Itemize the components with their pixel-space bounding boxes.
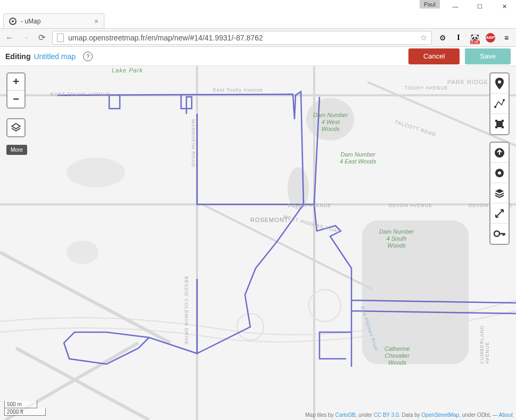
close-window-button[interactable]: ✕: [497, 1, 512, 12]
editing-label: Editing: [5, 52, 30, 61]
park-label: Dam Number 4 South Woods: [379, 228, 414, 250]
maximize-button[interactable]: ☐: [472, 1, 487, 12]
draw-marker-button[interactable]: [490, 73, 509, 94]
url-input[interactable]: umap.openstreetmap.fr/en/map/new/#14/41.…: [52, 31, 432, 45]
stack-icon: [494, 188, 505, 199]
center-zoom-button[interactable]: [490, 203, 509, 224]
page-icon: [57, 34, 64, 42]
road-label: DEVON AVENUE: [288, 203, 331, 208]
bookmark-star-icon[interactable]: ☆: [420, 33, 427, 43]
adblock-icon[interactable]: ABP: [485, 32, 496, 43]
back-button[interactable]: ←: [4, 32, 15, 43]
place-label: ROSEMONT: [250, 217, 289, 223]
scale-imperial: 2000 ft: [4, 408, 46, 416]
marker-icon: [495, 78, 504, 89]
svg-point-2: [67, 241, 99, 264]
right-toolbar: [489, 72, 510, 245]
user-tag: Paul: [420, 0, 440, 9]
polygon-icon: [495, 119, 504, 129]
road-label: BESSIE COLEMAN DRIVE: [184, 276, 189, 345]
scale-metric: 500 m: [4, 401, 37, 408]
attribution: Map tiles by CartoDB, under CC BY 3.0. D…: [305, 412, 513, 418]
save-button[interactable]: Save: [465, 48, 511, 64]
zoom-out-button[interactable]: −: [7, 90, 24, 108]
more-button[interactable]: More: [6, 145, 27, 155]
cancel-button[interactable]: Cancel: [408, 48, 460, 64]
svg-rect-5: [362, 220, 469, 364]
tab-title: - uMap: [21, 18, 40, 25]
umap-favicon-icon: [9, 18, 17, 25]
import-data-button[interactable]: [490, 143, 509, 163]
basemap-svg: [0, 66, 516, 420]
place-label: PARK RIDGE: [447, 79, 488, 85]
svg-rect-13: [502, 120, 504, 122]
center-icon: [494, 208, 505, 219]
svg-point-9: [494, 106, 496, 108]
tab-strip: - uMap ×: [0, 13, 516, 29]
attrib-osm-link[interactable]: OpenStreetMap: [422, 412, 460, 418]
svg-point-18: [498, 171, 501, 175]
window-titlebar: Paul — ☐ ✕: [0, 0, 516, 13]
map-canvas[interactable]: EAST TOUHY AVENUE East Touhy Avenue TOUH…: [0, 66, 516, 420]
svg-rect-14: [495, 126, 497, 128]
minimize-button[interactable]: —: [448, 1, 463, 12]
svg-point-8: [498, 80, 501, 84]
browser-tab[interactable]: - uMap ×: [3, 13, 104, 28]
layers-icon: [11, 122, 21, 133]
park-label: Lake Park: [112, 67, 143, 73]
road-label: EAST TOUHY AVENUE: [51, 92, 110, 97]
road-label: DEVON AVENUE: [389, 203, 432, 208]
extension-panda-icon[interactable]: 🐼0.56: [469, 32, 480, 43]
svg-rect-12: [495, 120, 497, 122]
attrib-cc-link[interactable]: CC BY 3.0: [374, 412, 399, 418]
polyline-icon: [494, 98, 505, 109]
chrome-menu-icon[interactable]: ≡: [501, 32, 512, 43]
svg-point-10: [503, 99, 505, 101]
gear-icon: [494, 168, 505, 178]
park-label: Dam Number 4 East Woods: [340, 151, 376, 165]
permissions-button[interactable]: [490, 224, 509, 244]
tab-close-icon[interactable]: ×: [94, 17, 99, 26]
layers-button[interactable]: [6, 118, 26, 137]
forward-button[interactable]: →: [20, 32, 31, 43]
park-label: Catherine Chevalier Woods: [384, 345, 410, 367]
scale-control: 500 m 2000 ft: [4, 401, 46, 416]
road-label: CUMBERLAND AVENUE: [479, 325, 490, 364]
attrib-cartodb-link[interactable]: CartoDB: [335, 412, 355, 418]
svg-point-19: [494, 231, 499, 236]
key-icon: [494, 230, 505, 237]
help-icon[interactable]: ?: [83, 52, 93, 61]
app-header: Editing Untitled map ? Cancel Save: [0, 47, 516, 66]
road-label: TOUHY AVENUE: [405, 85, 448, 90]
attrib-about-link[interactable]: About: [499, 412, 513, 418]
zoom-control: + −: [6, 72, 26, 109]
address-bar: ← → ⟳ umap.openstreetmap.fr/en/map/new/#…: [0, 29, 516, 47]
upload-icon: [494, 147, 505, 158]
draw-polyline-button[interactable]: [490, 94, 509, 114]
draw-polygon-button[interactable]: [490, 114, 509, 134]
url-text: umap.openstreetmap.fr/en/map/new/#14/41.…: [68, 34, 263, 42]
park-label: Dam Number 4 West Woods: [313, 112, 348, 133]
zoom-in-button[interactable]: +: [7, 73, 24, 90]
settings-gear-icon[interactable]: ⚙: [437, 32, 448, 43]
tile-layers-button[interactable]: [490, 183, 509, 203]
svg-point-1: [67, 158, 125, 187]
extension-i-icon[interactable]: I: [453, 32, 464, 43]
map-settings-button[interactable]: [490, 163, 509, 183]
road-label: East Touhy Avenue: [213, 87, 263, 93]
road-label: MANNHEIM ROAD: [191, 119, 196, 168]
reload-button[interactable]: ⟳: [36, 32, 47, 43]
map-name-link[interactable]: Untitled map: [34, 52, 76, 61]
svg-rect-15: [502, 126, 504, 128]
